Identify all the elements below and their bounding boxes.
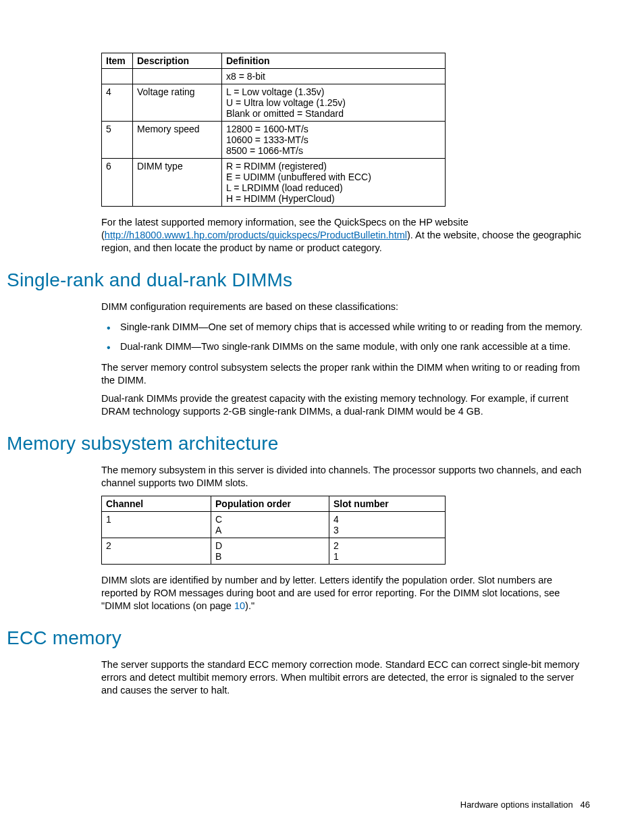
heading-memory-subsystem: Memory subsystem architecture xyxy=(7,433,590,454)
cell-item: 4 xyxy=(102,84,133,122)
table-row: 1 CA 43 xyxy=(102,511,446,538)
cell-def: 12800 = 1600-MT/s10600 = 1333-MT/s8500 =… xyxy=(222,122,446,159)
footer-section-title: Hardware options installation xyxy=(460,800,573,810)
cell-item: 5 xyxy=(102,122,133,159)
page-footer: Hardware options installation 46 xyxy=(460,800,590,810)
bullet-list: Single-rank DIMM—One set of memory chips… xyxy=(101,321,590,353)
footer-page-number: 46 xyxy=(581,800,590,810)
cell-def: R = RDIMM (registered)E = UDIMM (unbuffe… xyxy=(222,159,446,207)
cell-slot: 21 xyxy=(329,538,446,564)
paragraph: DIMM slots are identified by number and … xyxy=(101,574,590,613)
cell-desc: Voltage rating xyxy=(133,84,222,122)
th-channel: Channel xyxy=(102,496,211,511)
table-row: 2 DB 21 xyxy=(102,538,446,564)
cell-pop: CA xyxy=(211,511,329,538)
channel-slot-table: Channel Population order Slot number 1 C… xyxy=(101,496,446,565)
table-row: 5 Memory speed 12800 = 1600-MT/s10600 = … xyxy=(102,122,446,159)
cell-def: x8 = 8-bit xyxy=(222,69,446,84)
cell-channel: 1 xyxy=(102,511,211,538)
heading-ecc-memory: ECC memory xyxy=(7,627,590,649)
th-definition: Definition xyxy=(222,53,446,69)
quickspecs-paragraph: For the latest supported memory informat… xyxy=(101,216,590,255)
list-item: Single-rank DIMM—One set of memory chips… xyxy=(101,321,590,334)
table-row: 6 DIMM type R = RDIMM (registered)E = UD… xyxy=(102,159,446,207)
table-row: 4 Voltage rating L = Low voltage (1.35v)… xyxy=(102,84,446,122)
th-slot-number: Slot number xyxy=(329,496,446,511)
heading-single-dual-rank: Single-rank and dual-rank DIMMs xyxy=(7,269,590,291)
paragraph: The server supports the standard ECC mem… xyxy=(101,658,590,697)
cell-def: L = Low voltage (1.35v)U = Ultra low vol… xyxy=(222,84,446,122)
paragraph: Dual-rank DIMMs provide the greatest cap… xyxy=(101,392,590,418)
cell-desc: DIMM type xyxy=(133,159,222,207)
paragraph: The server memory control subsystem sele… xyxy=(101,361,590,387)
cell-pop: DB xyxy=(211,538,329,564)
cell-item: 6 xyxy=(102,159,133,207)
th-description: Description xyxy=(133,53,222,69)
page-link-10[interactable]: 10 xyxy=(234,600,245,611)
cell-desc: Memory speed xyxy=(133,122,222,159)
cell-item xyxy=(102,69,133,84)
th-item: Item xyxy=(102,53,133,69)
cell-slot: 43 xyxy=(329,511,446,538)
cell-channel: 2 xyxy=(102,538,211,564)
text: )." xyxy=(245,600,254,611)
paragraph: DIMM configuration requirements are base… xyxy=(101,301,590,313)
dimm-definitions-table: Item Description Definition x8 = 8-bit 4… xyxy=(101,53,446,207)
table-row: x8 = 8-bit xyxy=(102,69,446,84)
paragraph: The memory subsystem in this server is d… xyxy=(101,464,590,490)
quickspecs-link[interactable]: http://h18000.www1.hp.com/products/quick… xyxy=(105,230,407,240)
cell-desc xyxy=(133,69,222,84)
text: DIMM slots are identified by number and … xyxy=(101,575,560,611)
th-population-order: Population order xyxy=(211,496,329,511)
list-item: Dual-rank DIMM—Two single-rank DIMMs on … xyxy=(101,340,590,353)
